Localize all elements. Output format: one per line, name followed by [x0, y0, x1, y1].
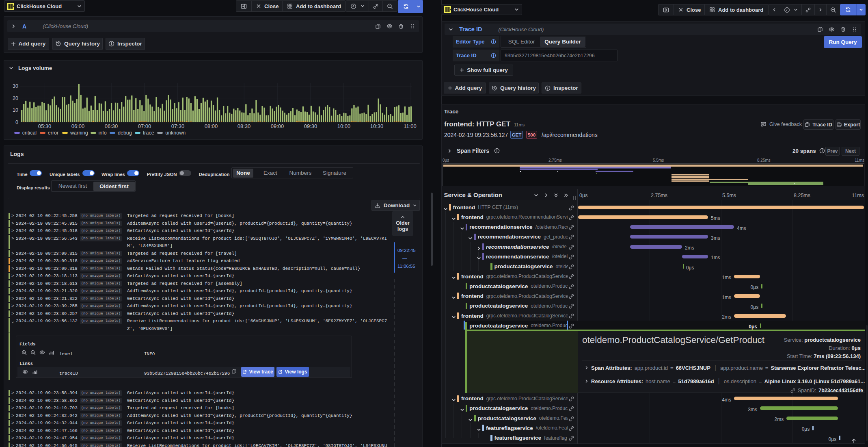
svg-text:2.75ms: 2.75ms — [548, 158, 562, 163]
svg-text:0μs: 0μs — [443, 158, 449, 163]
svg-text:8.25ms: 8.25ms — [757, 158, 771, 163]
svg-text:11ms: 11ms — [855, 158, 864, 163]
svg-text:5.5ms: 5.5ms — [653, 158, 664, 163]
